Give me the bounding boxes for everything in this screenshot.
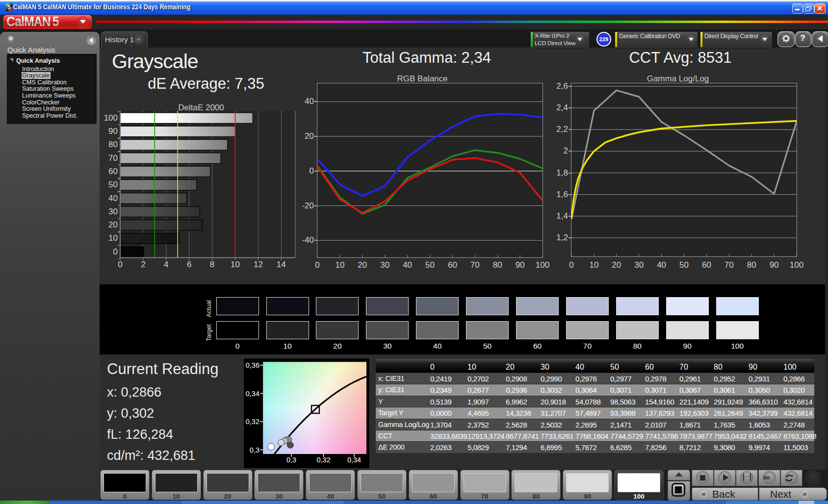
svg-text:0,32: 0,32 bbox=[246, 418, 259, 426]
svg-text:0,34: 0,34 bbox=[347, 456, 361, 464]
svg-text:0,36: 0,36 bbox=[246, 361, 259, 369]
svg-text:0,3: 0,3 bbox=[250, 446, 259, 454]
svg-text:0,34: 0,34 bbox=[246, 390, 259, 398]
svg-text:0,3: 0,3 bbox=[286, 456, 296, 464]
svg-text:0,32: 0,32 bbox=[316, 456, 330, 464]
